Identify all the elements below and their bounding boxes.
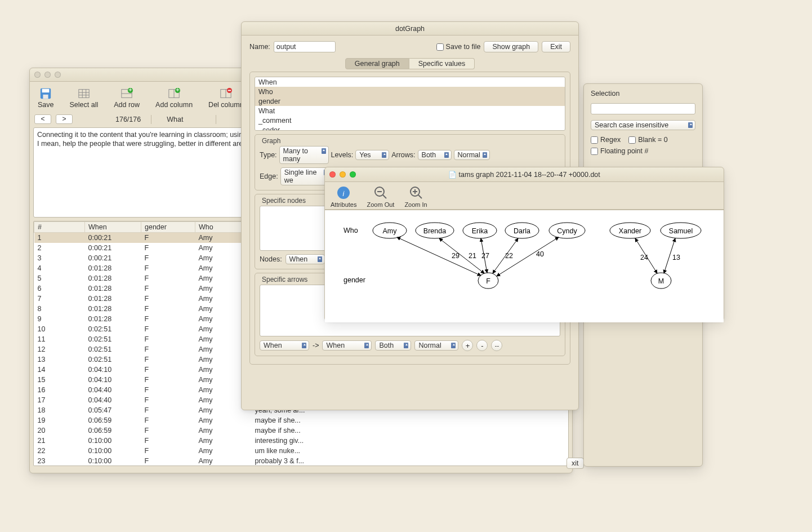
svg-rect-19 — [228, 90, 231, 91]
minimize-icon[interactable] — [340, 171, 346, 178]
graph-node-f: F — [478, 273, 498, 289]
graph-node-xander: Xander — [610, 223, 650, 238]
svg-text:24: 24 — [640, 254, 648, 261]
field-list-item[interactable]: gender — [255, 96, 565, 106]
svg-text:27: 27 — [481, 252, 489, 260]
graph-row-who: Who — [343, 227, 358, 234]
close-icon[interactable] — [34, 72, 41, 78]
svg-line-29 — [418, 195, 422, 198]
levels-select[interactable]: Yes — [355, 150, 389, 160]
nodes-select[interactable]: When — [285, 254, 325, 264]
svg-rect-1 — [42, 89, 50, 92]
regex-checkbox[interactable]: Regex — [591, 136, 621, 144]
arrow-from-select[interactable]: When — [260, 340, 309, 351]
zoom-icon[interactable] — [350, 171, 356, 178]
close-icon[interactable] — [329, 171, 336, 178]
graph-node-darla: Darla — [505, 223, 539, 238]
exit-button[interactable]: Exit — [542, 41, 570, 52]
blank0-checkbox[interactable]: Blank = 0 — [628, 136, 667, 144]
field-list-item[interactable]: _comment — [255, 116, 565, 125]
arrow-dir-select[interactable]: Both — [375, 340, 411, 351]
graph-node-erika: Erika — [463, 223, 497, 238]
name-input[interactable] — [274, 41, 336, 52]
field-listbox[interactable]: WhenWhogenderWhat_comment_coder — [255, 77, 565, 131]
hidden-exit-button[interactable]: xit — [566, 458, 584, 469]
record-position: 176/176 — [115, 116, 141, 123]
zoom-out-icon — [373, 185, 388, 200]
col-gender[interactable]: gender — [141, 222, 195, 233]
arrows-select[interactable]: Both — [418, 150, 452, 160]
grid-plus-col-icon: + — [167, 87, 181, 100]
edge-select[interactable]: Single line we — [280, 167, 331, 185]
info-icon: i — [336, 185, 351, 200]
floppy-icon — [38, 87, 53, 100]
table-row[interactable]: 210:10:00FAmyinteresting giv... — [34, 436, 568, 446]
tab-general-graph[interactable]: General graph — [345, 58, 409, 69]
field-list-item[interactable]: When — [255, 77, 565, 87]
graph-node-samuel: Samuel — [661, 223, 701, 238]
grid-plus-icon: + — [119, 87, 134, 100]
col-when[interactable]: When — [85, 222, 141, 233]
selection-search-input[interactable] — [591, 103, 695, 114]
del-column-button[interactable]: Del column — [208, 87, 244, 109]
svg-text:F: F — [486, 277, 490, 285]
table-row[interactable]: 190:06:59FAmymaybe if she... — [34, 415, 568, 425]
svg-text:Brenda: Brenda — [423, 227, 446, 235]
next-button[interactable]: > — [56, 114, 73, 124]
table-row[interactable]: 220:10:00FAmyum like nuke... — [34, 446, 568, 456]
svg-rect-3 — [79, 90, 89, 98]
graph-node-amy: Amy — [373, 223, 407, 238]
graph-viewer-window: 📄 tams graph 2021-11-04 18--20--47 +0000… — [324, 167, 724, 321]
table-row[interactable]: 230:10:00FAmyprobably 3 & f... — [34, 456, 568, 466]
add-column-button[interactable]: + Add column — [155, 87, 193, 109]
arrow-remove-button[interactable]: - — [476, 340, 488, 351]
grid-minus-icon — [218, 87, 233, 100]
table-row[interactable]: 200:06:59FAmymaybe if she... — [34, 425, 568, 436]
graph-node-cyndy: Cyndy — [549, 223, 585, 238]
svg-text:Cyndy: Cyndy — [557, 227, 577, 235]
field-list-item[interactable]: What — [255, 106, 565, 116]
field-list-item[interactable]: Who — [255, 87, 565, 96]
svg-text:Xander: Xander — [619, 227, 641, 235]
select-all-button[interactable]: Select all — [70, 87, 99, 109]
arrow-clear-button[interactable]: -- — [491, 340, 502, 351]
zoom-icon[interactable] — [55, 72, 61, 78]
svg-rect-2 — [43, 95, 48, 99]
save-to-file-checkbox[interactable]: Save to file — [436, 43, 481, 51]
arrow-to-select[interactable]: When — [322, 340, 372, 351]
svg-text:21: 21 — [469, 252, 476, 260]
zoom-out-button[interactable]: Zoom Out — [367, 185, 394, 208]
style-select[interactable]: Normal — [454, 150, 490, 160]
save-button[interactable]: Save — [38, 87, 54, 109]
prev-button[interactable]: < — [34, 114, 51, 124]
svg-text:40: 40 — [536, 250, 544, 258]
minimize-icon[interactable] — [44, 72, 51, 78]
dotgraph-titlebar: dotGraph — [242, 22, 578, 36]
col-number[interactable]: # — [34, 222, 85, 233]
arrow-add-button[interactable]: + — [462, 340, 473, 351]
search-mode-select[interactable]: Search case insensitive — [591, 120, 695, 130]
svg-line-46 — [439, 238, 484, 273]
zoom-in-button[interactable]: Zoom In — [404, 185, 427, 208]
svg-text:M: M — [658, 277, 664, 285]
grid-icon — [77, 87, 91, 100]
attributes-button[interactable]: i Attributes — [331, 185, 356, 208]
field-list-item[interactable]: _coder — [255, 125, 565, 131]
type-select[interactable]: Many to many — [279, 146, 329, 164]
show-graph-button[interactable]: Show graph — [484, 41, 538, 52]
svg-text:+: + — [128, 87, 132, 93]
graph-viewer-titlebar: 📄 tams graph 2021-11-04 18--20--47 +0000… — [325, 167, 724, 182]
selection-title: Selection — [591, 90, 695, 97]
svg-text:22: 22 — [505, 252, 513, 260]
svg-text:Darla: Darla — [514, 227, 530, 235]
svg-line-26 — [383, 195, 386, 198]
arrow-style-select[interactable]: Normal — [414, 340, 458, 351]
floating-checkbox[interactable]: Floating point # — [591, 147, 695, 155]
graph-node-m: M — [651, 273, 671, 289]
svg-text:Erika: Erika — [472, 227, 488, 235]
add-row-button[interactable]: + Add row — [114, 87, 140, 109]
tab-specific-values[interactable]: Specific values — [409, 58, 475, 69]
graph-canvas[interactable]: Who gender Amy Brenda Erika Darla Cyndy … — [325, 210, 724, 322]
zoom-in-icon — [409, 185, 423, 200]
svg-text:13: 13 — [672, 254, 680, 261]
